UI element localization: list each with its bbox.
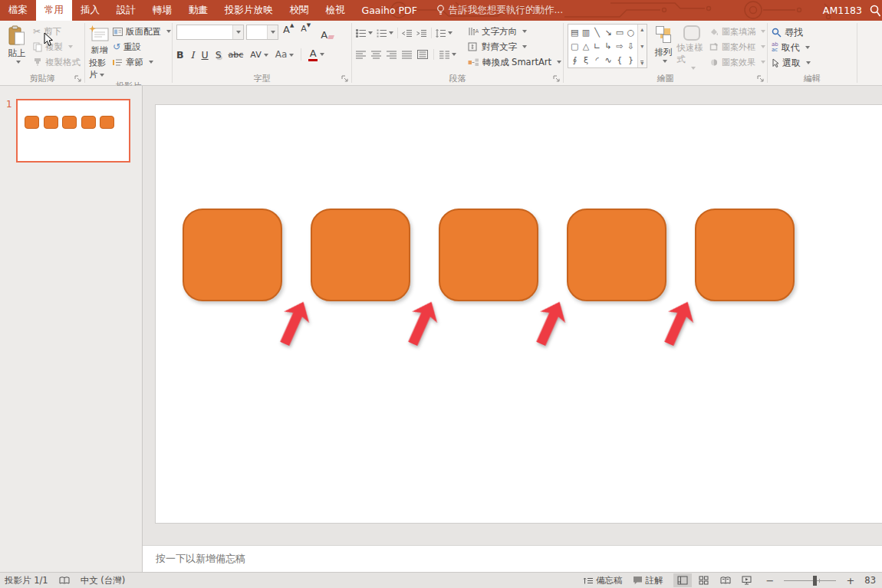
format-painter-button[interactable]: 複製格式 [33,54,81,70]
slide-shape-rounded-square[interactable] [695,209,795,301]
replace-dropdown[interactable] [805,46,810,49]
font-dialog-launcher[interactable] [341,75,349,83]
search-icon[interactable] [870,5,880,17]
new-slide-button[interactable]: 新增 投影片 [89,24,110,80]
tab-transitions[interactable]: 轉場 [144,0,180,21]
align-center-icon[interactable] [371,51,381,59]
grow-font-button[interactable]: A▲ [281,24,296,41]
shape-right-brace-icon[interactable]: } [628,55,634,65]
tab-view[interactable]: 檢視 [318,0,354,21]
normal-view-button[interactable] [673,573,692,587]
font-color-button[interactable]: A [308,48,318,61]
reading-view-button[interactable] [716,573,735,587]
change-case-dropdown[interactable] [289,54,294,57]
shape-left-brace-icon[interactable]: { [617,55,622,65]
shape-rounded-rectangle-icon[interactable]: ▢ [571,41,578,51]
shape-oval-icon[interactable]: ○ [627,28,635,38]
font-name-dropdown[interactable] [232,25,243,39]
layout-dropdown[interactable] [166,30,171,33]
shape-rectangle-icon[interactable]: ▭ [616,28,624,38]
bullet-list-dropdown[interactable] [368,31,373,34]
font-size-input[interactable] [247,25,267,39]
slide-page[interactable] [156,105,882,523]
drawing-dialog-launcher[interactable] [757,75,765,83]
shape-curve-icon[interactable]: ∿ [605,55,612,65]
font-name-combo[interactable] [176,25,244,40]
shape-elbow-connector-icon[interactable]: ∟ [594,41,601,51]
reset-button[interactable]: ↺ 重設 [113,39,171,54]
change-case-button[interactable]: Aa [275,49,295,60]
clipboard-dialog-launcher[interactable] [74,75,82,83]
font-size-combo[interactable] [246,25,278,40]
quick-styles-dropdown[interactable] [691,67,696,70]
shape-line-icon[interactable]: ╲ [594,28,600,38]
strikethrough-button[interactable]: abc [229,50,244,60]
text-direction-dropdown[interactable] [522,30,527,33]
zoom-in-button[interactable]: + [846,576,854,586]
copy-button[interactable]: 複製 [33,39,81,54]
decrease-indent-icon[interactable] [402,29,413,38]
shrink-font-button[interactable]: A▼ [298,24,313,41]
slide-shape-red-arrow[interactable] [400,296,444,350]
bullet-list-icon[interactable] [356,29,367,38]
tab-slideshow[interactable]: 投影片放映 [216,0,281,21]
text-shadow-button[interactable]: S [216,49,222,61]
find-button[interactable]: 尋找 [772,25,811,40]
arrange-dropdown[interactable] [663,60,667,63]
slide-shape-rounded-square[interactable] [439,209,538,301]
zoom-out-button[interactable]: − [766,576,775,586]
char-spacing-button[interactable]: AV [250,50,268,60]
shape-fill-button[interactable]: 圖案填滿 [709,24,765,39]
numbered-list-dropdown[interactable] [389,31,393,34]
replace-button[interactable]: ab ac 取代 [772,40,811,55]
tab-animations[interactable]: 動畫 [180,0,216,21]
account-name[interactable]: AM1183 [823,5,862,16]
shape-arc-icon[interactable]: ◜ [595,55,598,65]
notes-toggle-button[interactable]: 備忘稿 [583,575,623,586]
comments-button[interactable]: 註解 [633,575,663,586]
slide-shape-rounded-square[interactable] [567,209,666,301]
language-button[interactable]: 中文 (台灣) [81,575,126,586]
line-spacing-dropdown[interactable] [448,31,453,34]
zoom-slider-thumb[interactable] [813,576,817,586]
slide-shape-red-arrow[interactable] [656,296,700,350]
clear-formatting-button[interactable]: A [318,24,336,41]
shape-outline-button[interactable]: 圖案外框 [709,39,765,54]
convert-smartart-dropdown[interactable] [557,61,561,64]
paste-button[interactable]: 貼上 [4,24,30,72]
shape-effects-dropdown[interactable] [761,61,765,64]
tab-file[interactable]: 檔案 [0,0,36,21]
select-button[interactable]: 選取 [772,55,811,71]
shape-down-arrow-icon[interactable]: ⇩ [627,41,634,51]
align-left-icon[interactable] [356,51,366,59]
slide-thumbnail[interactable] [16,99,130,163]
gallery-scroll-up[interactable]: ▴ [640,26,643,33]
zoom-percentage[interactable]: 83 [864,575,876,586]
numbered-list-icon[interactable] [377,29,387,38]
spellcheck-button[interactable] [59,576,70,585]
shape-arrow-line-icon[interactable]: ↘ [605,28,612,38]
cut-button[interactable]: ✂ 剪下 [33,24,81,39]
shape-right-arrow-icon[interactable]: ⇨ [616,41,623,51]
columns-dropdown[interactable] [452,53,456,56]
tell-me-box[interactable]: 告訴我您想要執行的動作... [436,0,563,21]
italic-button[interactable]: I [191,49,195,61]
font-size-dropdown[interactable] [267,25,278,39]
gallery-scroll-down[interactable]: ▾ [640,43,643,50]
copy-dropdown[interactable] [68,45,73,48]
new-slide-dropdown[interactable] [100,74,104,77]
slide-sorter-view-button[interactable] [695,573,713,587]
shape-outline-dropdown[interactable] [761,45,765,48]
quick-styles-button[interactable]: 快速樣式 [676,24,707,72]
slide-shape-red-arrow[interactable] [272,296,316,350]
slide-indicator[interactable]: 投影片 1/1 [5,575,48,586]
gallery-more-button[interactable]: ▾ [640,61,643,66]
increase-indent-icon[interactable] [416,29,427,38]
tab-design[interactable]: 設計 [108,0,144,21]
bold-button[interactable]: B [176,49,184,61]
distribute-text-icon[interactable] [417,50,428,59]
line-spacing-icon[interactable] [436,29,446,38]
shape-fill-dropdown[interactable] [761,30,765,33]
slideshow-view-button[interactable] [738,573,756,587]
underline-button[interactable]: U [201,49,208,61]
